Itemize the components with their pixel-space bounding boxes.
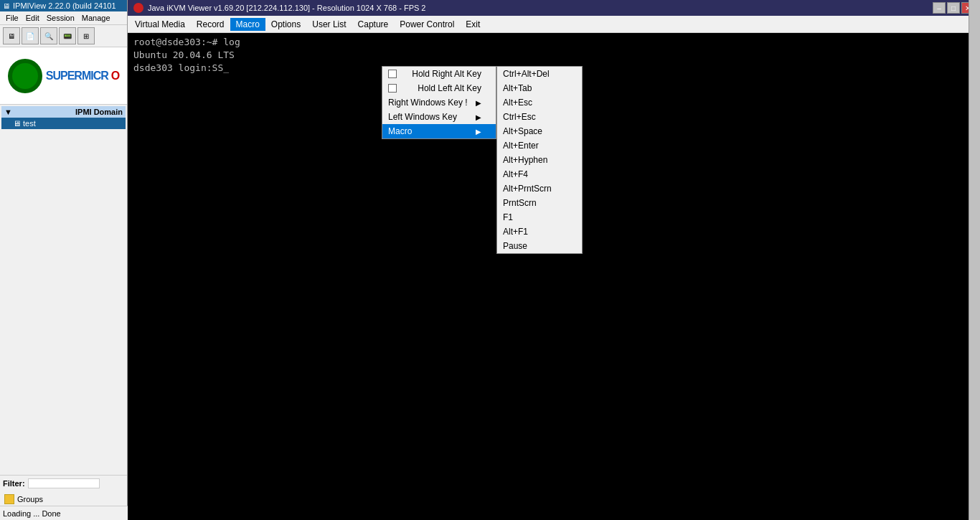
f1-label: F1	[503, 212, 513, 222]
left-title-bar: 🖥 IPMIView 2.22.0 (build 24101	[0, 0, 127, 11]
groups-item[interactable]: Groups	[3, 493, 124, 506]
alt-space-label: Alt+Space	[503, 126, 542, 136]
left-windows-key-item[interactable]: Left Windows Key ▶	[382, 110, 496, 124]
right-windows-arrow-icon: ▶	[476, 99, 481, 107]
menu-capture[interactable]: Capture	[352, 18, 395, 31]
left-windows-arrow-icon: ▶	[476, 113, 481, 121]
alt-f1-label: Alt+F1	[503, 227, 528, 237]
alt-hyphen-label: Alt+Hyphen	[503, 155, 547, 165]
outer-scrollbar	[969, 0, 980, 520]
kvm-screen: root@dsde303:~# log Ubuntu 20.04.6 LTS d…	[128, 33, 980, 520]
svg-point-1	[12, 63, 38, 89]
logo-area: SUPERMICRO	[0, 47, 127, 105]
menu-user-list[interactable]: User List	[306, 18, 352, 31]
left-windows-key-label: Left Windows Key	[388, 112, 457, 122]
domain-section: ▼ IPMI Domain 🖥 test	[0, 105, 127, 131]
monitor-button[interactable]: 📟	[59, 27, 76, 44]
ipmi-icon: 🖥	[3, 2, 10, 10]
domain-header[interactable]: ▼ IPMI Domain	[1, 106, 126, 118]
macro-menu: Hold Right Alt Key Hold Left Alt Key Rig…	[382, 66, 496, 139]
hold-left-alt-item[interactable]: Hold Left Alt Key	[382, 81, 496, 95]
hold-right-alt-label: Hold Right Alt Key	[412, 69, 481, 79]
prntscrn-label: PrntScrn	[503, 198, 537, 208]
hold-right-alt-item[interactable]: Hold Right Alt Key	[382, 67, 496, 81]
ikvm-menubar: Virtual Media Record Macro Options User …	[128, 16, 980, 33]
ctrl-alt-del-item[interactable]: Ctrl+Alt+Del	[497, 67, 582, 81]
pause-item[interactable]: Pause	[497, 239, 582, 253]
ctrl-esc-label: Ctrl+Esc	[503, 112, 536, 122]
f1-item[interactable]: F1	[497, 210, 582, 224]
hold-left-alt-label: Hold Left Alt Key	[418, 83, 481, 93]
alt-enter-item[interactable]: Alt+Enter	[497, 138, 582, 153]
menu-options[interactable]: Options	[265, 18, 306, 31]
left-panel: 🖥 IPMIView 2.22.0 (build 24101 File Edit…	[0, 0, 128, 520]
alt-prntscrn-item[interactable]: Alt+PrntScrn	[497, 181, 582, 196]
new-button[interactable]: 🖥	[3, 27, 20, 44]
grid-button[interactable]: ⊞	[77, 27, 95, 44]
alt-enter-label: Alt+Enter	[503, 141, 539, 151]
menu-file[interactable]: File	[3, 13, 22, 23]
groups-label: Groups	[17, 495, 43, 504]
restore-button[interactable]: □	[947, 2, 960, 14]
alt-f4-label: Alt+F4	[503, 169, 528, 179]
alt-tab-label: Alt+Tab	[503, 83, 532, 93]
ikvm-title-bar: Java iKVM Viewer v1.69.20 [212.224.112.1…	[128, 0, 980, 16]
domain-item-icon: 🖥	[13, 119, 23, 128]
menu-record[interactable]: Record	[191, 18, 230, 31]
prntscrn-item[interactable]: PrntScrn	[497, 196, 582, 210]
right-windows-key-item[interactable]: Right Windows Key ! ▶	[382, 95, 496, 110]
alt-tab-item[interactable]: Alt+Tab	[497, 81, 582, 95]
ikvm-title-text: Java iKVM Viewer v1.69.20 [212.224.112.1…	[148, 4, 425, 12]
alt-space-item[interactable]: Alt+Space	[497, 124, 582, 138]
menu-power-control[interactable]: Power Control	[394, 18, 460, 31]
ctrl-esc-item[interactable]: Ctrl+Esc	[497, 110, 582, 124]
ikvm-title-left: Java iKVM Viewer v1.69.20 [212.224.112.1…	[133, 3, 425, 13]
domain-item-label: test	[23, 119, 36, 128]
ctrl-alt-del-label: Ctrl+Alt+Del	[503, 69, 550, 79]
terminal-line-2: Ubuntu 20.04.6 LTS	[133, 49, 974, 62]
red-hat-icon	[133, 3, 143, 13]
macro-submenu-item[interactable]: Macro ▶	[382, 124, 496, 138]
alt-hyphen-item[interactable]: Alt+Hyphen	[497, 153, 582, 167]
domain-title: IPMI Domain	[75, 108, 123, 116]
domain-item[interactable]: 🖥 test	[1, 118, 126, 129]
pause-label: Pause	[503, 241, 527, 251]
left-menubar: File Edit Session Manage	[0, 11, 127, 25]
macro-submenu: Ctrl+Alt+Del Alt+Tab Alt+Esc Ctrl+Esc Al…	[496, 66, 583, 254]
alt-f4-item[interactable]: Alt+F4	[497, 167, 582, 181]
status-bar: Loading ... Done	[0, 506, 128, 520]
hold-left-alt-checkbox[interactable]	[388, 84, 397, 93]
alt-esc-item[interactable]: Alt+Esc	[497, 95, 582, 110]
folder-icon	[4, 494, 14, 504]
menu-virtual-media[interactable]: Virtual Media	[129, 18, 191, 31]
filter-label: Filter:	[3, 479, 25, 488]
supermicro-logo: SUPERMICRO	[7, 58, 120, 94]
alt-f1-item[interactable]: Alt+F1	[497, 224, 582, 239]
menu-edit[interactable]: Edit	[23, 13, 42, 23]
right-windows-key-label: Right Windows Key !	[388, 98, 468, 108]
left-title-text: IPMIView 2.22.0 (build 24101	[13, 1, 116, 10]
macro-label: Macro	[388, 126, 412, 136]
minimize-button[interactable]: –	[933, 2, 946, 14]
right-panel: Java iKVM Viewer v1.69.20 [212.224.112.1…	[128, 0, 980, 520]
terminal-line-1: root@dsde303:~# log	[133, 36, 974, 49]
supermicro-text: SUPERMICR	[46, 70, 108, 82]
alt-esc-label: Alt+Esc	[503, 98, 532, 108]
open-button[interactable]: 📄	[22, 27, 39, 44]
menu-exit[interactable]: Exit	[460, 18, 486, 31]
left-toolbar: 🖥 📄 🔍 📟 ⊞	[0, 25, 127, 47]
macro-arrow-icon: ▶	[476, 128, 481, 136]
hold-right-alt-checkbox[interactable]	[388, 70, 397, 78]
menu-macro[interactable]: Macro	[230, 18, 265, 31]
zoom-button[interactable]: 🔍	[40, 27, 57, 44]
menu-manage[interactable]: Manage	[79, 13, 113, 23]
alt-prntscrn-label: Alt+PrntScrn	[503, 184, 552, 194]
filter-bar: Filter:	[0, 475, 127, 491]
filter-input[interactable]	[28, 478, 100, 488]
domain-icon: ▼	[4, 108, 12, 116]
status-text: Loading ... Done	[3, 509, 61, 518]
menu-session[interactable]: Session	[44, 13, 77, 23]
